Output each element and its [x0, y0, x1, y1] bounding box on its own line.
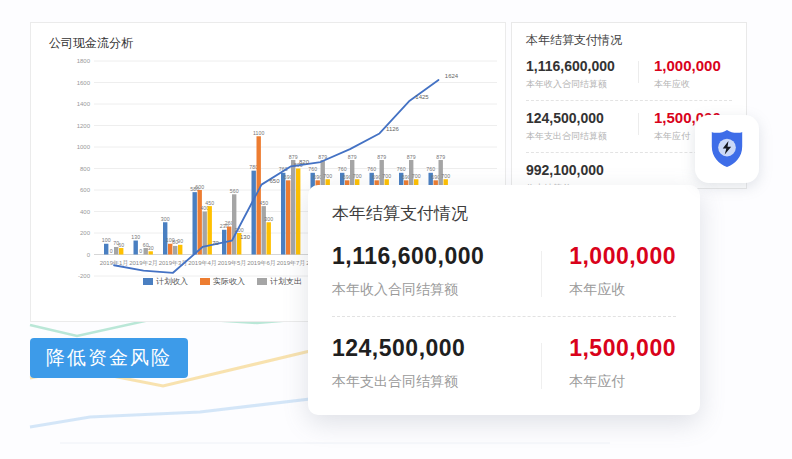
amount-value: 1,116,600,000: [332, 243, 541, 270]
svg-text:1200: 1200: [77, 123, 91, 129]
reduce-risk-badge[interactable]: 降低资金风险: [30, 338, 188, 378]
svg-text:200: 200: [80, 230, 91, 236]
amount-value: 124,500,000: [332, 335, 541, 362]
svg-text:-200: -200: [78, 273, 91, 279]
svg-text:760: 760: [397, 166, 406, 172]
svg-text:130: 130: [131, 234, 140, 240]
svg-text:650: 650: [269, 178, 280, 184]
settlement-col: 1,116,600,000本年收入合同结算额: [526, 58, 638, 91]
svg-text:700: 700: [412, 173, 421, 179]
settlement-col: 1,000,000本年应收: [541, 243, 676, 299]
settlement-col: 1,500,000本年应付: [541, 335, 676, 391]
svg-text:760: 760: [308, 166, 317, 172]
svg-text:1400: 1400: [77, 101, 91, 107]
svg-text:879: 879: [318, 154, 327, 160]
security-feature-card[interactable]: [695, 115, 759, 183]
svg-text:2019年4月: 2019年4月: [188, 260, 217, 267]
amount-label: 本年应收: [569, 281, 676, 299]
legend-label: 实际收入: [213, 276, 245, 287]
svg-text:879: 879: [289, 154, 298, 160]
amount-label: 本年应收: [654, 78, 732, 91]
settlement-col: 1,000,000本年应收: [638, 58, 732, 91]
svg-text:879: 879: [407, 154, 416, 160]
settlement-col: 124,500,000本年支出合同结算额: [332, 335, 541, 391]
svg-text:1126: 1126: [386, 126, 400, 132]
svg-text:820: 820: [299, 159, 310, 165]
svg-text:0: 0: [139, 248, 142, 254]
svg-text:0: 0: [87, 252, 91, 258]
svg-text:760: 760: [338, 166, 347, 172]
svg-text:879: 879: [436, 154, 445, 160]
settlement-col: 124,500,000本年支出合同结算额: [526, 110, 638, 143]
svg-text:600: 600: [195, 184, 204, 190]
svg-text:2019年5月: 2019年5月: [218, 260, 247, 267]
amount-value-red: 1,000,000: [654, 58, 732, 74]
svg-text:100: 100: [102, 237, 111, 243]
shield-lightning-icon: [708, 128, 746, 170]
svg-text:130: 130: [240, 234, 251, 240]
settlement-row: 1,116,600,000本年收入合同结算额1,000,000本年应收: [526, 58, 732, 91]
legend-item: 计划支出: [257, 276, 302, 287]
svg-text:300: 300: [161, 216, 170, 222]
amount-value: 1,116,600,000: [526, 58, 638, 74]
svg-text:800: 800: [80, 166, 91, 172]
amount-label: 本年支出合同结算额: [332, 373, 541, 391]
svg-text:450: 450: [205, 200, 214, 206]
legend-item: 计划收入: [143, 276, 188, 287]
svg-text:560: 560: [230, 188, 239, 194]
svg-text:450: 450: [259, 200, 268, 206]
svg-text:600: 600: [80, 187, 91, 193]
svg-text:760: 760: [367, 166, 376, 172]
svg-text:1100: 1100: [253, 130, 264, 136]
svg-text:1000: 1000: [77, 144, 91, 150]
svg-text:2019年7月: 2019年7月: [277, 260, 306, 267]
amount-label: 本年应付: [569, 373, 676, 391]
svg-text:700: 700: [382, 173, 391, 179]
amount-value: 124,500,000: [526, 110, 638, 126]
svg-text:0: 0: [110, 248, 113, 254]
settlement-row: 1,116,600,000本年收入合同结算额1,000,000本年应收: [332, 243, 676, 299]
legend-color-chip: [257, 278, 267, 285]
settlement-col: 1,116,600,000本年收入合同结算额: [332, 243, 541, 299]
dashed-divider: [332, 316, 676, 317]
settlement-row: 124,500,000本年支出合同结算额1,500,000本年应付: [332, 335, 676, 391]
svg-text:879: 879: [377, 154, 386, 160]
svg-text:2019年2月: 2019年2月: [129, 260, 158, 267]
svg-text:1425: 1425: [415, 94, 429, 100]
chart-title: 公司现金流分析: [49, 35, 133, 52]
legend-color-chip: [200, 278, 210, 285]
legend-label: 计划支出: [270, 276, 302, 287]
amount-value: 992,100,000: [526, 162, 638, 178]
amount-label: 本年收入合同结算额: [526, 78, 638, 91]
svg-text:760: 760: [426, 166, 435, 172]
dashed-divider: [526, 100, 732, 101]
amount-label: 本年收入合同结算额: [332, 281, 541, 299]
amount-value-red: 1,500,000: [569, 335, 676, 362]
legend-item: 实际收入: [200, 276, 245, 287]
svg-text:70: 70: [212, 240, 219, 246]
svg-text:90: 90: [177, 238, 183, 244]
popup-title: 本年结算支付情况: [332, 202, 676, 225]
svg-text:700: 700: [323, 173, 332, 179]
legend-color-chip: [143, 278, 153, 285]
svg-text:1800: 1800: [77, 58, 91, 64]
svg-text:700: 700: [441, 173, 450, 179]
svg-text:1600: 1600: [77, 80, 91, 86]
settlement-popup: 本年结算支付情况 1,116,600,000本年收入合同结算额1,000,000…: [308, 185, 700, 415]
svg-text:700: 700: [353, 173, 362, 179]
svg-text:300: 300: [264, 216, 273, 222]
summary-title: 本年结算支付情况: [526, 32, 732, 49]
legend-label: 计划收入: [156, 276, 188, 287]
svg-text:2019年6月: 2019年6月: [247, 260, 276, 267]
svg-text:1624: 1624: [445, 73, 459, 79]
svg-text:30: 30: [148, 245, 154, 251]
svg-text:879: 879: [348, 154, 357, 160]
svg-text:400: 400: [80, 209, 91, 215]
amount-value-red: 1,000,000: [569, 243, 676, 270]
amount-label: 本年支出合同结算额: [526, 130, 638, 143]
svg-text:60: 60: [118, 242, 124, 248]
